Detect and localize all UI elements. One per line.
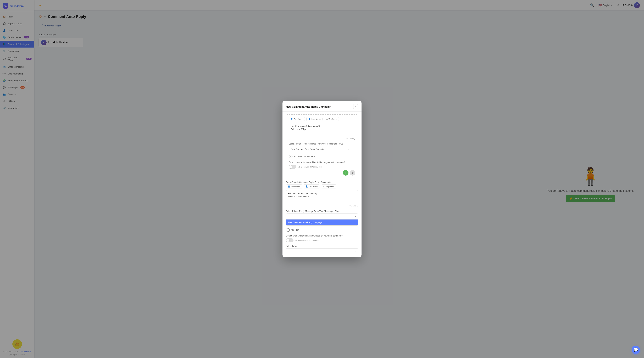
select-label-field-label: Select Label [286,245,358,247]
plus-icon-2: + [286,228,290,232]
generic-section-label: Enter Generic Comment Reply For All Comm… [286,181,358,183]
generic-flow-dropdown-list: New Comment Auto Reply Campaign [286,219,358,225]
upper-add-flow-button[interactable]: + Add Flow [289,154,302,159]
generic-section: Enter Generic Comment Reply For All Comm… [286,181,358,242]
generic-flow-dropdown: ▴ New Comment Auto Reply Campaign [286,213,358,226]
generic-tag-buttons: 👤 First Name 👤 Last Name 🏷 Tag Name [286,184,358,188]
generic-textarea[interactable] [286,190,358,207]
modal-title: New Comment Auto Reply Campaign [286,105,331,108]
upper-delete-section-button[interactable]: 🗑 [350,170,355,176]
upper-dashed-section: 👤 First Name 👤 Last Name 🏷 Tag Name 44 /… [286,114,358,178]
select-label-wrap: ▾ [286,248,358,254]
tag-icon: 🏷 [326,118,328,120]
modal-body: 👤 First Name 👤 Last Name 🏷 Tag Name 44 /… [282,112,362,257]
generic-flow-label: Select Private Reply Message From Your M… [286,210,358,212]
generic-add-flow-button[interactable]: + Add Flow [286,227,299,232]
plus-icon: + [289,155,292,159]
upper-flow-value: New Comment Auto Reply Campaign [289,146,346,152]
upper-textarea-wrap: 44 / 2000 [289,123,355,141]
upper-flow-label: Select Private Reply Message From Your M… [289,143,355,145]
edit-icon: ✏ [304,155,306,158]
tag-name-btn[interactable]: 🏷 Tag Name [324,117,339,121]
first-name-tag-btn[interactable]: 👤 First Name [289,117,305,121]
tag-icon-2: 🏷 [323,185,325,187]
upper-char-count: 44 / 2000 [346,138,354,140]
generic-flow-actions: + Add Flow [286,227,358,232]
generic-char-count: 44 / 1000 [349,205,357,207]
toggle-knob [289,165,292,168]
upper-photo-toggle[interactable] [289,165,296,169]
upper-flow-actions: + Add Flow ✏ Edit Flow [289,154,355,159]
generic-first-name-btn[interactable]: 👤 First Name [286,184,302,188]
generic-flow-dropdown-value [286,215,353,218]
generic-last-name-btn[interactable]: 👤 Last Name [304,184,320,188]
generic-textarea-wrap: 44 / 1000 [286,190,358,208]
modal-close-button[interactable]: × [353,104,358,109]
upper-tag-buttons: 👤 First Name 👤 Last Name 🏷 Tag Name [289,117,355,121]
last-name-tag-btn[interactable]: 👤 Last Name [306,117,322,121]
person-icon-2: 👤 [308,118,311,120]
upper-section-actions: + 🗑 [289,170,355,176]
select-label-input[interactable] [286,248,358,254]
upper-photo-toggle-wrap: No, Don't Use a Photo/Video [289,165,355,169]
upper-flow-clear-icon[interactable]: × [346,146,351,152]
modal: New Comment Auto Reply Campaign × 👤 Firs… [282,101,362,257]
person-icon-4: 👤 [306,185,308,187]
upper-add-section-button[interactable]: + [343,170,348,176]
modal-overlay[interactable]: New Comment Auto Reply Campaign × 👤 Firs… [0,0,644,358]
support-fab-icon: 💬 [634,348,638,352]
generic-flow-option-0[interactable]: New Comment Auto Reply Campaign [286,219,358,225]
person-icon-3: 👤 [288,185,290,187]
select-label-section: Select Label ▾ [286,245,358,254]
support-fab-button[interactable]: 💬 [632,346,640,354]
generic-photo-toggle-label: No, Don't Use a Photo/Video [295,239,319,241]
upper-flow-chevron-icon[interactable]: ▾ [351,146,355,152]
upper-edit-flow-button[interactable]: ✏ Edit Flow [304,154,315,159]
person-icon: 👤 [290,118,293,120]
upper-flow-select[interactable]: New Comment Auto Reply Campaign × ▾ [289,146,355,152]
generic-photo-label: Do you want to include a Photo/Video on … [286,235,358,237]
upper-photo-label: Do you want to include a Photo/Video on … [289,161,355,164]
toggle-knob-2 [286,239,289,242]
generic-flow-dropdown-header[interactable]: ▴ [286,214,358,219]
generic-tag-name-btn[interactable]: 🏷 Tag Name [321,184,336,188]
generic-photo-toggle-wrap: No, Don't Use a Photo/Video [286,238,358,242]
modal-header: New Comment Auto Reply Campaign × [282,101,362,112]
upper-textarea[interactable] [289,123,355,140]
upper-photo-toggle-label: No, Don't Use a Photo/Video [298,166,322,168]
generic-photo-toggle[interactable] [286,238,294,242]
generic-flow-chevron-icon[interactable]: ▴ [353,214,358,219]
